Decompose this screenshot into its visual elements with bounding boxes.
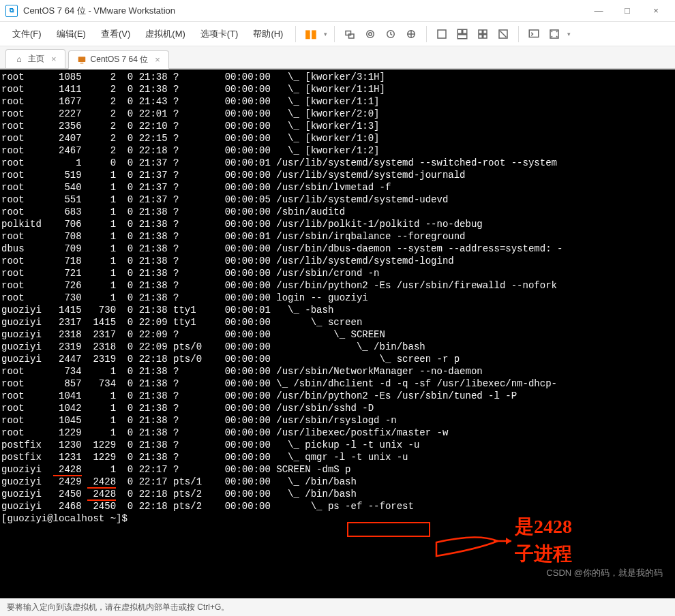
separator [426,26,427,42]
fit-button[interactable] [432,25,451,44]
close-button[interactable]: × [642,1,670,20]
menubar: 文件(F) 编辑(E) 查看(V) 虚拟机(M) 选项卡(T) 帮助(H) ▮▮… [0,22,675,46]
terminal-output: root 1085 2 0 21:38 ? 00:00:00 \_ [kwork… [1,71,674,525]
svg-rect-11 [483,30,487,33]
watermark: CSDN @你的码，就是我的码 [546,567,663,579]
separator [295,26,296,42]
svg-rect-13 [483,34,487,37]
svg-point-3 [369,32,372,35]
svg-line-15 [500,31,507,37]
disconnect-button[interactable] [494,25,513,44]
tab-label: CentOS 7 64 位 [91,54,149,65]
menu-view[interactable]: 查看(V) [94,24,137,44]
statusbar: 要将输入定向到该虚拟机，请在虚拟机内部单击或按 Ctrl+G。 [0,598,675,616]
menu-file[interactable]: 文件(F) [5,24,48,44]
fullscreen-button[interactable] [545,25,564,44]
svg-rect-16 [530,30,539,37]
dropdown-arrow-icon[interactable]: ▾ [322,31,329,37]
pause-button[interactable]: ▮▮ [301,25,320,44]
svg-rect-20 [348,523,430,536]
home-icon: ⌂ [14,55,24,64]
svg-rect-10 [479,30,482,33]
svg-rect-18 [78,57,85,62]
svg-rect-8 [463,29,467,33]
tab-home[interactable]: ⌂ 主页 × [5,49,65,68]
console-button[interactable] [524,25,543,44]
svg-rect-7 [458,29,462,33]
tab-vm[interactable]: CentOS 7 64 位 × [68,50,169,70]
close-icon[interactable]: × [155,55,160,65]
terminal[interactable]: root 1085 2 0 21:38 ? 00:00:00 \_ [kwork… [0,70,675,598]
snapshot-button[interactable] [361,25,380,44]
dropdown-arrow-icon[interactable]: ▾ [565,31,572,37]
revert-button[interactable] [381,25,400,44]
close-icon[interactable]: × [51,54,57,64]
window-title: CentOS 7 64 位 - VMware Workstation [23,5,585,17]
svg-marker-22 [506,538,511,544]
minimize-button[interactable]: — [585,1,612,20]
menu-vm[interactable]: 虚拟机(M) [138,24,192,44]
annotation-text-2: 子进程 [515,543,572,565]
menu-tabs[interactable]: 选项卡(T) [194,24,245,44]
status-text: 要将输入定向到该虚拟机，请在虚拟机内部单击或按 Ctrl+G。 [7,602,229,613]
thumbnail-button[interactable] [473,25,492,44]
svg-point-2 [367,30,374,37]
svg-rect-12 [479,34,482,37]
svg-rect-6 [438,30,446,38]
manage-button[interactable] [402,25,421,44]
vm-icon [77,55,87,65]
menu-help[interactable]: 帮助(H) [246,24,290,44]
tabbar: ⌂ 主页 × CentOS 7 64 位 × [0,46,675,70]
maximize-button[interactable]: □ [614,1,641,20]
tab-label: 主页 [28,53,44,65]
send-button[interactable] [340,25,359,44]
svg-rect-19 [80,63,83,63]
svg-rect-9 [458,34,468,38]
separator [518,26,519,42]
titlebar: ⧉ CentOS 7 64 位 - VMware Workstation — □… [0,0,675,22]
separator [334,26,335,42]
unity-button[interactable] [453,25,472,44]
menu-edit[interactable]: 编辑(E) [50,24,93,44]
app-icon: ⧉ [5,5,18,17]
